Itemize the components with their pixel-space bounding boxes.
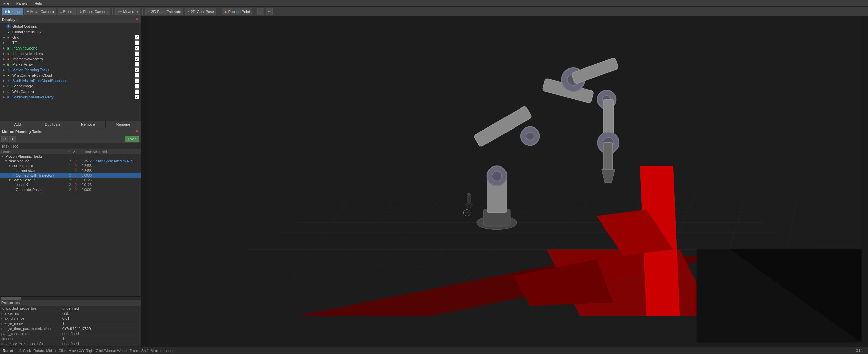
col-time: time [78,150,92,153]
interactive-markers-2-checkbox[interactable] [135,57,139,61]
studio-vision-ma-icon: ▦ [6,95,11,99]
prop-value: 1 [62,337,139,341]
toolbar-add[interactable]: + [257,8,264,15]
toolbar-focus-camera[interactable]: ⊙ Focus Camera [77,8,110,15]
motion-planning-icon: ⚙ [6,67,11,72]
tree-row[interactable]: ▼ Batch Pose IK 2 0 0.0123 [0,178,141,182]
col-ok: ✓ [67,150,73,153]
display-item-global-options[interactable]: ⚙ Global Options [0,24,141,29]
tree-row[interactable]: ├ pose IK 2 0 0.0123 [0,182,141,187]
displays-close-icon[interactable]: ✕ [135,17,139,22]
tree-row-selected[interactable]: └ Connect with Trajectory 2 0 0.0930 [0,173,141,178]
select-icon: □ [60,9,62,13]
duplicate-button[interactable]: Duplicate [35,121,70,128]
task-tree-label: Task Tree [0,143,141,149]
exec-button[interactable]: Exec [125,136,139,142]
wrist-camera-pc-checkbox[interactable] [135,73,139,78]
row-name: Generate Poses [16,188,67,192]
display-item-wrist-camera-pc[interactable]: ▶ ● WristCameraPointCloud [0,73,141,78]
prop-row: forwarded_properties undefined [0,306,141,311]
display-label: TF [12,41,135,45]
toolbar-interact[interactable]: ⊕ Interact [2,8,23,15]
toolbar-pose-estimate[interactable]: ✓ 2D Pose Estimate [145,8,183,15]
grid-checkbox[interactable] [135,35,139,40]
tree-row[interactable]: ▼ task pipeline 2 0 0.3512 Solution gene… [0,159,141,163]
rename-button[interactable]: Rename [106,121,141,128]
display-label: SceneImage [12,84,135,88]
displays-header: Displays ✕ [0,16,141,23]
tree-expand: ├ [12,183,16,186]
display-label: Global Status: Ok [12,30,139,34]
prop-name: merge_time_parameterization [1,327,62,331]
planning-scene-icon: ▣ [6,46,11,51]
toolbar-measure[interactable]: ⟺ Measure [115,8,140,15]
studio-vision-pcs-checkbox[interactable] [135,78,139,83]
row-ok: 2 [67,183,73,187]
svg-point-31 [526,132,534,140]
prop-name: max_distance [1,316,62,320]
row-x: 0 [73,169,78,173]
add-button[interactable]: Add [0,121,35,128]
display-item-tf[interactable]: ▶ ↔ TF [0,40,141,45]
remove-button[interactable]: Remove [70,121,106,128]
main-layout: Displays ✕ ⚙ Global Options ● Global Sta… [0,16,868,347]
marker-array-icon: ▦ [6,62,11,67]
row-ok: 2 [67,188,73,192]
display-item-studio-vision-ma[interactable]: ▶ ▦ StudioVisionMarkerArray [0,94,141,100]
tree-row[interactable]: ▼ current state 1 0 0.2458 [0,163,141,168]
motion-planning-checkbox[interactable] [135,67,139,72]
reset-button[interactable]: Reset [3,349,13,353]
wrist-camera-checkbox[interactable] [135,89,139,94]
menu-file[interactable]: File [2,1,11,6]
display-item-scene-image[interactable]: ▶ □ SceneImage [0,83,141,89]
row-name: pose IK [16,183,67,187]
properties-section: Properties forwarded_properties undefine… [0,300,141,347]
display-item-studio-vision-pcs[interactable]: ▶ ● StudioVisionPointCloudSnapshot [0,78,141,83]
properties-header: Properties [0,300,141,306]
mpt-icon-btn-2[interactable]: ⏵ [9,136,16,142]
display-item-motion-planning-tasks[interactable]: ▶ ⚙ Motion Planning Tasks [0,67,141,73]
tree-row[interactable]: ▼ Motion Planning Tasks [0,154,141,159]
toolbar-extra[interactable]: ~ [266,8,272,15]
toolbar-move-camera[interactable]: ✥ Move Camera [24,8,56,15]
task-tree-scrollbar[interactable] [0,296,141,300]
display-label: Global Options [12,24,139,28]
display-item-marker-array[interactable]: ▶ ▦ MarkerArray [0,62,141,67]
tf-icon: ↔ [6,40,11,45]
display-label: Motion Planning Tasks [12,68,135,72]
row-name: Batch Pose IK [12,178,67,182]
wrist-camera-pc-icon: ● [6,73,11,78]
menu-help[interactable]: Help [33,1,43,6]
display-item-global-status[interactable]: ● Global Status: Ok [0,29,141,35]
menu-panels[interactable]: Panels [15,1,29,6]
display-item-planning-scene[interactable]: ▶ ▣ PlanningScene [0,45,141,51]
tree-row[interactable]: ├ current state 1 0 0.2458 [0,168,141,173]
interactive-markers-1-checkbox[interactable] [135,51,139,56]
display-label: InteractiveMarkers [12,52,135,56]
mpt-close-icon[interactable]: ✕ [135,129,139,134]
studio-vision-ma-checkbox[interactable] [135,95,139,99]
toolbar: ⊕ Interact ✥ Move Camera □ Select ⊙ Focu… [0,7,868,16]
row-x: 0 [73,183,78,187]
toolbar-select[interactable]: □ Select [58,8,76,15]
display-item-grid[interactable]: ▶ ⊞ Grid [0,35,141,40]
display-item-interactive-markers-1[interactable]: ▶ ◈ InteractiveMarkers [0,51,141,56]
grid-icon: ⊞ [6,35,11,40]
marker-array-checkbox[interactable] [135,62,139,67]
tf-checkbox[interactable] [135,40,139,45]
toolbar-publish-point[interactable]: ▲ Publish Point [222,8,252,15]
viewport[interactable] [141,16,868,347]
col-x: ✗ [73,150,78,153]
row-time: 0.0002 [78,188,92,192]
display-label: InteractiveMarkers [12,57,135,61]
tree-row[interactable]: └ Generate Poses 2 0 0.0002 [0,187,141,192]
prop-name: trajectory_execution_info [1,342,62,346]
mpt-icon-btn-1[interactable]: ⟳ [1,136,8,142]
task-tree[interactable]: ▼ Motion Planning Tasks ▼ task pipeline … [0,154,141,296]
toolbar-goal-pose[interactable]: ✓ 2D Goal Pose [185,8,216,15]
display-item-interactive-markers-2[interactable]: ▶ ◈ InteractiveMarkers [0,56,141,62]
planning-scene-checkbox[interactable] [135,46,139,51]
display-item-wrist-camera[interactable]: ▶ □ WristCamera [0,89,141,94]
tree-expand: ▼ [1,155,5,158]
scene-image-checkbox[interactable] [135,84,139,88]
